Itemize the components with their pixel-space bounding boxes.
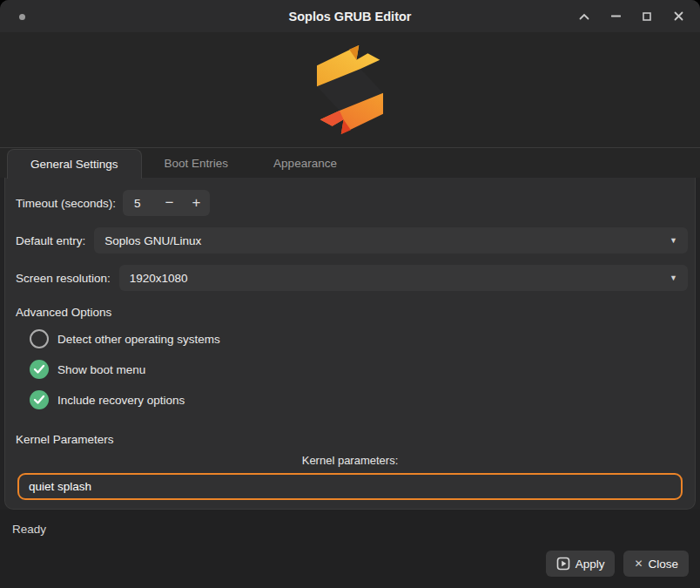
close-window-icon[interactable] xyxy=(665,3,691,30)
checkbox-checked-icon[interactable] xyxy=(30,390,49,409)
resolution-label: Screen resolution: xyxy=(16,272,111,285)
app-icon-dot xyxy=(19,14,25,20)
advanced-options-title: Advanced Options xyxy=(16,306,688,319)
kernel-parameters-title: Kernel Parameters xyxy=(16,433,688,446)
default-entry-row: Default entry: Soplos GNU/Linux ▼ xyxy=(12,227,688,253)
apply-run-icon xyxy=(556,557,570,571)
tab-bar: General Settings Boot Entries Appearance xyxy=(0,147,700,178)
header xyxy=(0,32,700,147)
app-window: Soplos GRUB Editor xyxy=(0,0,700,588)
apply-button[interactable]: Apply xyxy=(546,551,616,577)
status-text: Ready xyxy=(0,510,700,536)
window-title: Soplos GRUB Editor xyxy=(289,10,412,24)
status-area: Ready Apply ✕ Close xyxy=(0,510,700,588)
timeout-value[interactable]: 5 xyxy=(123,197,156,210)
chevron-down-icon: ▼ xyxy=(670,236,677,245)
resolution-value: 1920x1080 xyxy=(130,272,670,285)
checkbox-checked-icon[interactable] xyxy=(30,360,49,379)
kernel-parameters-input[interactable] xyxy=(17,473,683,500)
close-button-label: Close xyxy=(648,558,678,571)
tab-label: General Settings xyxy=(30,158,118,171)
checkbox-label: Include recovery options xyxy=(57,394,185,407)
checkbox-label: Show boot menu xyxy=(57,363,145,376)
action-buttons: Apply ✕ Close xyxy=(546,551,689,577)
soplos-logo-icon xyxy=(306,36,394,144)
default-entry-dropdown[interactable]: Soplos GNU/Linux ▼ xyxy=(94,227,688,253)
chevron-down-icon: ▼ xyxy=(670,274,677,282)
tab-appearance[interactable]: Appearance xyxy=(251,148,360,178)
default-entry-value: Soplos GNU/Linux xyxy=(104,234,670,247)
timeout-label: Timeout (seconds): xyxy=(16,197,116,210)
spin-minus-button[interactable]: − xyxy=(156,190,183,216)
checkbox-label: Detect other operating systems xyxy=(57,333,220,346)
apply-button-label: Apply xyxy=(575,558,605,571)
timeout-spinner[interactable]: 5 − + xyxy=(123,190,210,216)
resolution-dropdown[interactable]: 1920x1080 ▼ xyxy=(119,265,688,291)
close-icon: ✕ xyxy=(634,558,643,570)
tab-label: Boot Entries xyxy=(165,157,229,170)
checkbox-unchecked-icon[interactable] xyxy=(30,329,49,348)
general-settings-panel: Timeout (seconds): 5 − + Default entry: … xyxy=(4,177,696,510)
spin-plus-button[interactable]: + xyxy=(183,190,210,216)
shade-icon[interactable] xyxy=(571,3,597,30)
checkbox-show-boot-menu[interactable]: Show boot menu xyxy=(30,359,688,380)
window-controls xyxy=(571,0,691,32)
titlebar: Soplos GRUB Editor xyxy=(0,0,700,32)
close-button[interactable]: ✕ Close xyxy=(623,551,689,577)
minimize-icon[interactable] xyxy=(602,3,629,30)
content-wrap: Timeout (seconds): 5 − + Default entry: … xyxy=(0,178,700,510)
tab-boot-entries[interactable]: Boot Entries xyxy=(142,148,252,178)
kernel-parameters-label: Kernel parameters: xyxy=(12,454,688,467)
resolution-row: Screen resolution: 1920x1080 ▼ xyxy=(12,265,688,291)
tab-general-settings[interactable]: General Settings xyxy=(7,149,142,179)
checkbox-include-recovery[interactable]: Include recovery options xyxy=(30,389,688,410)
default-entry-label: Default entry: xyxy=(16,234,85,247)
checkbox-detect-os[interactable]: Detect other operating systems xyxy=(30,328,688,349)
tab-label: Appearance xyxy=(273,157,337,170)
maximize-icon[interactable] xyxy=(634,3,660,30)
timeout-row: Timeout (seconds): 5 − + xyxy=(12,190,688,216)
